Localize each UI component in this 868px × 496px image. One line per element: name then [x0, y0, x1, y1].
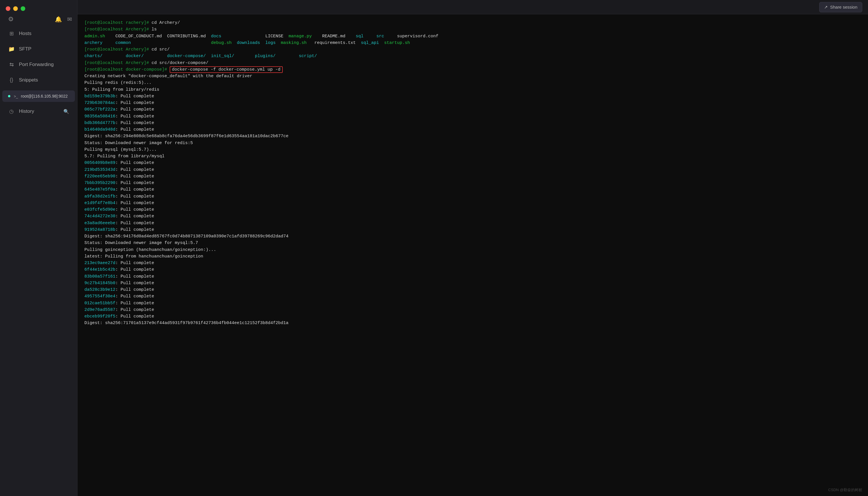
terminal-line: Status: Downloaded newer image for redis…: [84, 140, 861, 146]
session-label: root@[116.6.105.98]:9022: [21, 94, 68, 98]
terminal-line: Digest: sha256:71701a5137e9cf44ad5931f97…: [84, 320, 861, 326]
topbar: ↗ Share session: [78, 0, 868, 14]
session-active-dot: [8, 95, 10, 97]
terminal-line: 219bd535343d: Pull complete: [84, 167, 861, 173]
terminal-line: 5.7: Pulling from library/mysql: [84, 153, 861, 159]
terminal-line: [root@localhost rachery]# cd Archery/: [84, 19, 861, 26]
sidebar-item-history[interactable]: ◷ History 🔍: [2, 104, 75, 119]
terminal-line: bd159e379b3b: Pull complete: [84, 93, 861, 99]
terminal-line: 065c77bf222a: Pull complete: [84, 106, 861, 113]
terminal-line: b14640da948d: Pull complete: [84, 126, 861, 133]
terminal-line: e1d9f4f7e8b4: Pull complete: [84, 200, 861, 206]
terminal-output[interactable]: [root@localhost rachery]# cd Archery/ [r…: [78, 14, 868, 496]
sidebar-item-hosts[interactable]: ⊞ Hosts: [2, 27, 75, 41]
snippets-icon: {}: [8, 77, 15, 83]
highlighted-command: docker-compose -f docker-compose.yml up …: [170, 66, 283, 73]
terminal-line: 919524a8718b: Pull complete: [84, 227, 861, 233]
sidebar-top-icons: ⚙ 🔔 ✉: [0, 14, 77, 26]
sidebar-item-history-label: History: [19, 108, 34, 114]
sidebar-item-port-forwarding[interactable]: ⇆ Port Forwarding: [2, 58, 75, 72]
terminal-line-highlight: [root@localhost docker-compose]# docker-…: [84, 66, 861, 73]
sidebar-item-sftp-label: SFTP: [19, 46, 31, 52]
sidebar-item-hosts-label: Hosts: [19, 31, 31, 36]
terminal-line: e03fcfe5d90e: Pull complete: [84, 206, 861, 213]
terminal-line: 5: Pulling from library/redis: [84, 87, 861, 93]
terminal-line: e3a8ad6eeebe: Pull complete: [84, 220, 861, 227]
notifications-button[interactable]: 🔔: [55, 16, 62, 23]
history-icon: ◷: [8, 108, 15, 114]
terminal-line: 645e487e5f0a: Pull complete: [84, 186, 861, 193]
terminal-line: a9fa38d2e1fb: Pull complete: [84, 193, 861, 200]
terminal-line: latest: Pulling from hanchuanchuan/goinc…: [84, 253, 861, 260]
terminal-line: [root@localhost Archery]# cd src/: [84, 46, 861, 53]
share-session-button[interactable]: ↗ Share session: [819, 2, 862, 12]
main-area: ↗ Share session [root@localhost rachery]…: [78, 0, 868, 496]
terminal-line: archery common debug.sh downloads logs m…: [84, 40, 861, 46]
sidebar-item-port-forwarding-label: Port Forwarding: [19, 62, 54, 67]
sidebar-item-snippets-label: Snippets: [19, 77, 38, 83]
watermark: CSDN @勤奋的树桩: [828, 487, 862, 493]
terminal-line: ebceb99f20f5: Pull complete: [84, 313, 861, 320]
terminal-line: Digest: sha256:94176d0ad4ed85767fc0d74b8…: [84, 233, 861, 240]
sidebar-item-snippets[interactable]: {} Snippets: [2, 73, 75, 87]
sidebar-item-sftp[interactable]: 📁 SFTP: [2, 42, 75, 56]
terminal-line: Pulling redis (redis:5)...: [84, 79, 861, 86]
port-forwarding-icon: ⇆: [8, 61, 15, 68]
terminal-line: Pulling mysql (mysql:5.7)...: [84, 146, 861, 153]
terminal-line: 0056409b8e89: Pull complete: [84, 159, 861, 166]
terminal-line: 7bbb395b2290: Pull complete: [84, 180, 861, 186]
share-session-label: Share session: [830, 4, 857, 10]
terminal-line: 83b00a57f161: Pull complete: [84, 273, 861, 280]
terminal-line: Status: Downloaded newer image for mysql…: [84, 240, 861, 246]
sidebar: ⚙ 🔔 ✉ ⊞ Hosts 📁 SFTP ⇆ Port Forwarding {…: [0, 0, 78, 496]
terminal-line: bdb366d4777b: Pull complete: [84, 120, 861, 126]
terminal-line: 2d9e76ad5587: Pull complete: [84, 307, 861, 313]
titlebar-buttons: [0, 0, 77, 14]
session-prompt-icon: >_: [14, 94, 18, 98]
terminal-line: 213ec9aee27d: Pull complete: [84, 260, 861, 266]
terminal-line: Digest: sha256:294e808dc5e68ab8cfa76da4e…: [84, 133, 861, 140]
maximize-button[interactable]: [21, 6, 25, 11]
terminal-line: admin.sh CODE_OF_CONDUCT.md CONTRIBUTING…: [84, 33, 861, 40]
terminal-line: f220ee65eb90: Pull complete: [84, 173, 861, 180]
sftp-icon: 📁: [8, 46, 15, 52]
terminal-line: 74c4d4272e30: Pull complete: [84, 213, 861, 220]
compose-button[interactable]: ✉: [67, 16, 72, 23]
terminal-line: da528c3b9e12: Pull complete: [84, 286, 861, 293]
terminal-line: 98356a508416: Pull complete: [84, 113, 861, 120]
terminal-line: 6f44e1b5c42b: Pull complete: [84, 266, 861, 273]
terminal-line: [root@localhost Archery]# ls: [84, 26, 861, 33]
terminal-line: 729b630784ac: Pull complete: [84, 99, 861, 106]
terminal-line: [root@localhost Archery]# cd src/docker-…: [84, 60, 861, 66]
terminal-line: 012cae51bb5f: Pull complete: [84, 300, 861, 307]
settings-button[interactable]: ⚙: [8, 16, 14, 23]
history-search-icon[interactable]: 🔍: [63, 109, 69, 114]
terminal-line: Pulling goinception (hanchuanchuan/goinc…: [84, 247, 861, 253]
active-session[interactable]: >_ root@[116.6.105.98]:9022: [2, 90, 75, 102]
terminal-line: charts/ docker/ docker-compose/ init_sql…: [84, 53, 861, 59]
terminal-line: 4957554f30e4: Pull complete: [84, 293, 861, 300]
share-icon: ↗: [824, 4, 828, 10]
terminal-line: Creating network "docker-compose_default…: [84, 73, 861, 79]
hosts-icon: ⊞: [8, 30, 15, 37]
terminal-line: 9c27b41845b0: Pull complete: [84, 280, 861, 286]
close-button[interactable]: [6, 6, 10, 11]
minimize-button[interactable]: [13, 6, 18, 11]
